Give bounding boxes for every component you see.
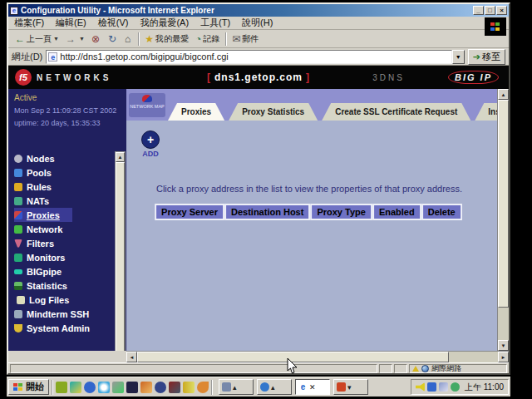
horizontal-scrollbar[interactable]: ◄ ► — [126, 351, 509, 362]
refresh-icon: ↻ — [108, 33, 116, 45]
minimize-button[interactable]: _ — [473, 6, 484, 15]
tab-create-ssl-certificate-request[interactable]: Create SSL Certificate Request — [322, 103, 470, 121]
start-button[interactable]: 開始 — [8, 379, 49, 395]
menu-tools[interactable]: 工具(T) — [195, 17, 236, 29]
maximize-button[interactable]: □ — [485, 6, 495, 15]
sidebar-item-network[interactable]: Network — [14, 222, 116, 236]
url-input[interactable] — [60, 52, 450, 62]
refresh-button[interactable]: ↻ — [105, 32, 121, 46]
close-button[interactable]: × — [496, 6, 507, 15]
scrollbar-thumb[interactable] — [116, 162, 125, 351]
taskbar-divider — [52, 380, 53, 395]
app-icon — [222, 382, 231, 392]
scroll-up-icon[interactable]: ▲ — [116, 152, 125, 162]
sidebar-item-statistics[interactable]: Statistics — [14, 278, 116, 293]
url-dropdown-icon[interactable]: ▼ — [452, 50, 465, 64]
sidebar-item-system-admin[interactable]: System Admin — [14, 321, 116, 335]
scroll-left-icon[interactable]: ◄ — [126, 352, 137, 362]
title-bar[interactable]: e Configuration Utility - Microsoft Inte… — [8, 4, 509, 17]
menu-favorites[interactable]: 我的最愛(A) — [134, 17, 195, 29]
browser-window: e Configuration Utility - Microsoft Inte… — [7, 2, 510, 375]
scroll-up-icon[interactable]: ▲ — [498, 89, 509, 100]
taskbar-clock[interactable]: 上午 11:00 — [462, 382, 504, 393]
sidebar-scrollbar[interactable]: ▲ ▼ — [115, 151, 126, 351]
sidebar-item-monitors[interactable]: Monitors — [14, 250, 116, 264]
quicklaunch-icon[interactable] — [112, 382, 124, 393]
menu-edit[interactable]: 編輯(E) — [50, 17, 92, 29]
sidebar-item-filters[interactable]: Filters — [14, 236, 116, 250]
hostname: [dns1.getop.com] — [8, 71, 509, 83]
quicklaunch-icon[interactable] — [70, 382, 81, 393]
sidebar-item-bigpipe[interactable]: BIGpipe — [14, 264, 116, 278]
tab-proxies[interactable]: Proxies — [168, 103, 224, 121]
monitors-icon — [14, 254, 22, 262]
network-map-button[interactable]: NETWORK MAP — [129, 93, 165, 117]
window-title: Configuration Utility - Microsoft Intern… — [18, 6, 472, 15]
history-icon: ◔ — [195, 33, 201, 45]
favorites-button[interactable]: ★ 我的最愛 — [141, 32, 192, 46]
sidebar-item-nats[interactable]: NATs — [14, 194, 116, 208]
mail-button[interactable]: ✉ 郵件 — [229, 32, 262, 46]
nodes-icon — [14, 155, 22, 163]
status-message-panel — [10, 364, 377, 373]
vertical-scrollbar[interactable]: ▲ ▼ — [497, 89, 509, 351]
url-box: e — [46, 50, 452, 64]
sidebar: Active Mon Sep 2 11:09:28 CST 2002 uptim… — [8, 89, 126, 351]
globe-icon — [421, 365, 429, 372]
history-button[interactable]: ◔ 記錄 — [192, 32, 223, 46]
home-button[interactable]: ⌂ — [121, 32, 135, 46]
go-button[interactable]: ➔ 移至 — [468, 49, 505, 65]
tray-icon[interactable] — [439, 382, 448, 392]
taskbar-divider — [211, 380, 213, 395]
status-badge: Active — [14, 93, 126, 102]
tab-proxy-statistics[interactable]: Proxy Statistics — [229, 103, 318, 121]
task-button[interactable]: ▾ — [333, 379, 368, 395]
proxies-icon — [14, 211, 22, 219]
back-button[interactable]: ← 上一頁 ▼ — [12, 32, 62, 46]
column-header-delete: Delete — [421, 204, 462, 220]
quicklaunch-icon[interactable] — [140, 382, 152, 393]
sidebar-item-nodes[interactable]: Nodes — [14, 151, 116, 165]
quicklaunch-icon[interactable] — [126, 382, 138, 393]
app-icon — [337, 382, 346, 392]
quicklaunch-icon[interactable] — [169, 382, 180, 393]
quicklaunch-icon[interactable] — [183, 382, 195, 393]
menu-bar: 檔案(F) 編輯(E) 檢視(V) 我的最愛(A) 工具(T) 說明(H) — [8, 17, 509, 30]
task-button[interactable]: ▴ — [257, 379, 292, 395]
scroll-right-icon[interactable]: ► — [498, 352, 509, 362]
tray-icon[interactable] — [416, 382, 425, 392]
add-icon[interactable]: + — [141, 131, 160, 149]
sidebar-item-proxies[interactable]: Proxies — [14, 208, 72, 222]
admin-icon — [14, 324, 22, 332]
quicklaunch-icon[interactable] — [197, 382, 209, 393]
nats-icon — [14, 197, 22, 205]
sidebar-item-rules[interactable]: Rules — [14, 180, 116, 194]
zone-label: 網際網路 — [431, 363, 461, 374]
menu-file[interactable]: 檔案(F) — [8, 17, 50, 29]
scroll-down-icon[interactable]: ▼ — [498, 340, 509, 351]
tray-icon[interactable] — [451, 382, 460, 392]
scrollbar-thumb[interactable] — [498, 100, 509, 308]
menu-view[interactable]: 檢視(V) — [92, 17, 135, 29]
tray-icon[interactable] — [427, 382, 436, 392]
sidebar-item-log-files[interactable]: Log Files — [14, 293, 116, 307]
network-map-icon — [142, 95, 152, 102]
forward-button[interactable]: → ▼ — [62, 32, 88, 46]
task-button-active-ie[interactable]: e✕ — [295, 379, 330, 395]
back-dropdown-icon[interactable]: ▼ — [53, 36, 59, 42]
quicklaunch-icon[interactable] — [56, 382, 67, 393]
sidebar-item-pools[interactable]: Pools — [14, 165, 116, 180]
quicklaunch-icon[interactable] — [155, 382, 166, 393]
address-bar: 網址(D) e ▼ ➔ 移至 — [8, 48, 509, 66]
quicklaunch-icon[interactable] — [98, 382, 110, 393]
quicklaunch-icon[interactable] — [84, 382, 96, 393]
forward-dropdown-icon[interactable]: ▼ — [79, 36, 85, 42]
add-button[interactable]: + ADD — [140, 131, 161, 158]
stop-icon: ⊗ — [91, 33, 100, 45]
start-windows-icon — [13, 383, 23, 392]
sidebar-item-mindterm-ssh[interactable]: Mindterm SSH — [14, 307, 116, 321]
stop-button[interactable]: ⊗ — [88, 32, 105, 46]
menu-help[interactable]: 說明(H) — [236, 17, 278, 29]
logfiles-icon — [17, 296, 25, 304]
task-button[interactable]: ▴ — [219, 379, 254, 395]
